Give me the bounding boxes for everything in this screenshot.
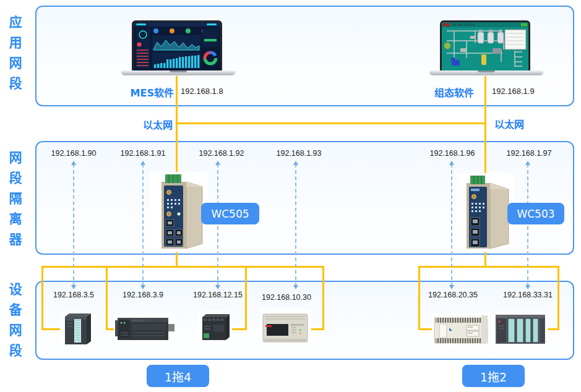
device-ip-1: 192.168.3.5 (46, 291, 101, 299)
plc4-photo (260, 309, 311, 345)
plc2-photo (114, 314, 176, 344)
left-bus-line (41, 266, 324, 268)
ethernet-label-left: 以太网 (121, 117, 173, 132)
mapping-arrow-1 (69, 161, 78, 289)
isolator-ip-5: 192.168.1.96 (424, 149, 480, 158)
ethernet-trunk-line (176, 122, 486, 124)
wc503-gateway-photo (457, 173, 514, 252)
device-segment-label: 设备网段 (7, 283, 21, 364)
isolator-ip-1: 192.168.1.90 (46, 149, 101, 158)
ethernet-label-right: 以太网 (494, 116, 524, 131)
mapping-arrow-5 (447, 161, 456, 289)
wc503-model-badge: WC503 (507, 203, 564, 224)
mapping-arrow-4 (291, 161, 300, 289)
scada-laptop-screen (440, 20, 530, 72)
group1-tag-badge: 1拖4 (147, 365, 209, 387)
device-ip-6: 192.168.33.31 (500, 291, 556, 299)
group2-tag-badge: 1拖2 (462, 365, 525, 387)
scada-hmi-graphic (442, 22, 528, 70)
mes-ip-label: 192.168.1.8 (181, 87, 223, 96)
left-bus-drop-1 (41, 266, 43, 330)
application-segment-label: 应用网段 (7, 15, 21, 97)
left-bus-drop-4 (322, 266, 324, 330)
right-bus-drop-2 (557, 266, 559, 330)
isolator-ip-6: 192.168.1.97 (501, 149, 557, 158)
isolator-ip-3: 192.168.1.92 (194, 149, 249, 158)
plc6-graphic (493, 311, 548, 347)
mapping-arrow-3 (213, 161, 222, 289)
plc6-photo (493, 311, 548, 347)
device-ip-4: 192.168.10.30 (259, 293, 314, 302)
wc503-gateway-graphic (457, 173, 514, 252)
scada-ip-label: 192.168.1.9 (492, 87, 535, 96)
mapping-arrow-6 (523, 161, 532, 289)
right-bus-drop-1 (418, 266, 420, 330)
isolator-ip-4: 192.168.1.93 (271, 149, 327, 158)
left-bus-drop-2 (106, 266, 108, 330)
wc505-model-badge: WC505 (201, 203, 259, 224)
plc2-graphic (114, 314, 176, 344)
wc505-gateway-graphic (150, 172, 207, 252)
wc505-gateway-photo (150, 172, 207, 252)
mes-software-label: MES软件 (122, 85, 174, 100)
right-bus-line (418, 266, 559, 268)
plc1-graphic (60, 312, 93, 346)
isolator-ip-2: 192.168.1.91 (115, 149, 171, 158)
plc3-graphic (197, 311, 232, 343)
plc3-photo (197, 311, 232, 343)
device-ip-2: 192.168.3.9 (115, 291, 171, 299)
scada-laptop-base (429, 70, 543, 75)
isolator-segment-label: 网段隔离器 (7, 151, 21, 253)
plc4-graphic (260, 309, 311, 345)
network-topology-diagram: 应用网段 网段隔离器 设备网段 (0, 0, 581, 392)
device-ip-3: 192.168.12.15 (190, 291, 246, 299)
plc5-graphic (432, 313, 490, 347)
plc1-photo (60, 312, 93, 346)
scada-laptop (429, 19, 543, 79)
mes-laptop (121, 19, 235, 79)
mes-laptop-base (121, 70, 235, 75)
mes-dashboard-graphic (134, 22, 220, 70)
device-ip-5: 192.168.20.35 (425, 291, 481, 299)
mes-laptop-screen (132, 20, 222, 72)
plc5-photo (432, 313, 490, 347)
mapping-arrow-2 (139, 161, 147, 289)
scada-software-label: 组态软件 (421, 85, 474, 100)
